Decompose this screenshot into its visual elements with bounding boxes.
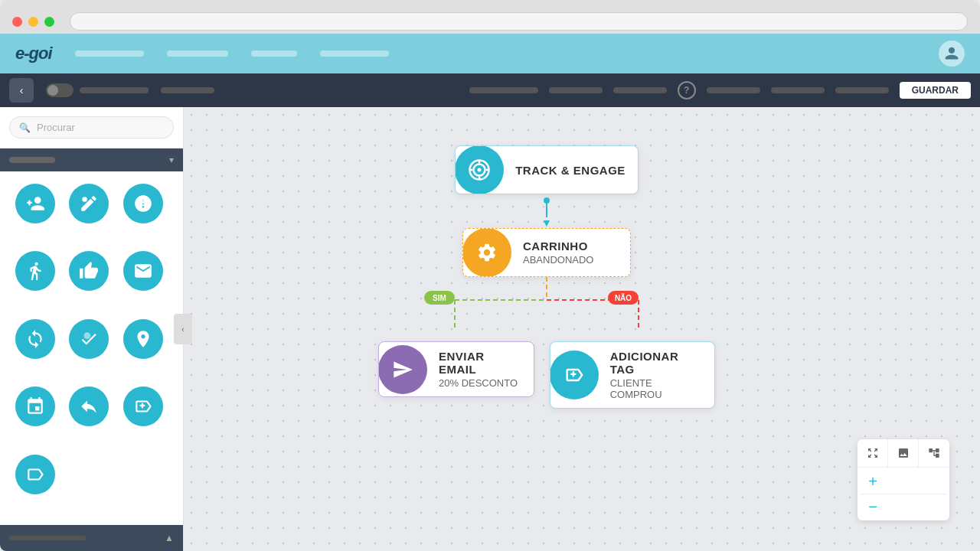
category-label bbox=[9, 157, 55, 163]
svg-point-1 bbox=[84, 332, 91, 339]
branch-area: SIM NÃO bbox=[371, 277, 723, 409]
brand-logo[interactable]: e-goi bbox=[15, 44, 52, 64]
browser-close-btn[interactable] bbox=[12, 17, 22, 27]
carrinho-node[interactable]: CARRINHO ABANDONADO bbox=[462, 228, 631, 277]
sidebar: 🔍 Procurar ▾ bbox=[0, 107, 184, 551]
zoom-out-button[interactable]: − bbox=[861, 496, 885, 517]
adicionar-tag-node[interactable]: ADICIONAR TAG CLIENTE COMPROU bbox=[550, 341, 715, 409]
branch-nodes: ENVIAR EMAIL 20% DESCONTO bbox=[371, 341, 723, 409]
sub-nav-btn-3[interactable] bbox=[549, 87, 603, 93]
search-placeholder: Procurar bbox=[37, 122, 75, 133]
sub-nav-btn-2[interactable] bbox=[469, 87, 538, 93]
search-icon: 🔍 bbox=[19, 122, 31, 133]
nav-link-4[interactable] bbox=[320, 51, 389, 57]
enviar-email-icon bbox=[378, 345, 427, 394]
help-icon[interactable]: ? bbox=[678, 81, 696, 99]
branch-lines-svg: SIM NÃO bbox=[371, 277, 723, 338]
mini-toolbar-top bbox=[858, 439, 949, 468]
connector-1: ▼ bbox=[541, 194, 552, 228]
carrinho-text: CARRINHO ABANDONADO bbox=[511, 232, 606, 273]
canvas-area[interactable]: TRACK & ENGAGE ▼ bbox=[184, 107, 980, 551]
browser-minimize-btn[interactable] bbox=[28, 17, 38, 27]
search-input-wrapper[interactable]: 🔍 Procurar bbox=[9, 116, 174, 139]
flow-diagram: TRACK & ENGAGE ▼ bbox=[371, 145, 723, 409]
main-content: 🔍 Procurar ▾ bbox=[0, 107, 980, 551]
edit-contact-button[interactable] bbox=[69, 184, 109, 223]
sub-nav-btn-7[interactable] bbox=[835, 87, 889, 93]
carrinho-icon bbox=[462, 228, 511, 277]
icon-grid bbox=[0, 171, 183, 525]
sub-nav-btn-1[interactable] bbox=[161, 87, 214, 93]
svg-point-4 bbox=[478, 168, 482, 172]
save-button[interactable]: GUARDAR bbox=[900, 82, 971, 99]
enviar-email-title: ENVIAR EMAIL bbox=[439, 350, 521, 376]
sidebar-footer: ▲ bbox=[0, 525, 183, 551]
enviar-email-node[interactable]: ENVIAR EMAIL 20% DESCONTO bbox=[378, 341, 534, 397]
toggle-label bbox=[80, 87, 149, 93]
collapse-sidebar-button[interactable]: ‹ bbox=[174, 314, 192, 344]
top-nav: e-goi bbox=[0, 34, 980, 73]
footer-bar bbox=[9, 536, 86, 540]
mini-toolbar: + − bbox=[858, 439, 949, 520]
browser-chrome bbox=[0, 0, 980, 34]
connector-line-1 bbox=[546, 204, 547, 217]
track-engage-title: TRACK & ENGAGE bbox=[515, 164, 626, 177]
search-bar: 🔍 Procurar bbox=[0, 107, 183, 148]
email-button[interactable] bbox=[123, 251, 163, 291]
chevron-down-icon[interactable]: ▾ bbox=[169, 155, 174, 165]
sub-nav-btn-4[interactable] bbox=[613, 87, 667, 93]
nav-link-1[interactable] bbox=[75, 51, 144, 57]
adicionar-tag-subtitle: CLIENTE COMPROU bbox=[610, 377, 702, 400]
tag-add-button[interactable] bbox=[123, 386, 163, 426]
track-engage-node[interactable]: TRACK & ENGAGE bbox=[455, 145, 639, 194]
svg-text:NÃO: NÃO bbox=[615, 293, 632, 302]
location-button[interactable] bbox=[123, 319, 163, 359]
tree-button[interactable] bbox=[919, 439, 949, 467]
sub-nav-btn-6[interactable] bbox=[771, 87, 825, 93]
toggle-thumb bbox=[47, 85, 58, 96]
browser-maximize-btn[interactable] bbox=[44, 17, 54, 27]
carrinho-title: CARRINHO bbox=[523, 240, 593, 253]
zoom-in-button[interactable]: + bbox=[861, 471, 885, 492]
app-wrapper: e-goi ‹ ? GUARDAR bbox=[0, 34, 980, 551]
sub-nav-right: ? GUARDAR bbox=[469, 81, 971, 99]
sub-nav-btn-5[interactable] bbox=[707, 87, 760, 93]
calendar-button[interactable] bbox=[15, 386, 55, 426]
zoom-divider bbox=[861, 494, 946, 494]
enviar-email-subtitle: 20% DESCONTO bbox=[439, 377, 521, 389]
money-contact-button[interactable] bbox=[123, 184, 163, 223]
adicionar-tag-title: ADICIONAR TAG bbox=[610, 350, 702, 376]
nav-link-3[interactable] bbox=[251, 51, 297, 57]
like-button[interactable] bbox=[69, 251, 109, 291]
svg-point-0 bbox=[83, 197, 88, 202]
connector-dot-1 bbox=[544, 197, 550, 204]
sub-nav: ‹ ? GUARDAR bbox=[0, 73, 980, 107]
toggle-switch[interactable] bbox=[46, 83, 149, 97]
mini-toolbar-bottom: + − bbox=[858, 468, 949, 520]
action-button[interactable] bbox=[15, 251, 55, 291]
address-bar[interactable] bbox=[70, 12, 968, 31]
connector-arrow-1: ▼ bbox=[541, 217, 552, 228]
track-engage-text: TRACK & ENGAGE bbox=[503, 156, 638, 184]
svg-text:SIM: SIM bbox=[433, 294, 446, 302]
image-button[interactable] bbox=[888, 439, 919, 467]
adicionar-tag-text: ADICIONAR TAG CLIENTE COMPROU bbox=[598, 342, 714, 408]
user-avatar[interactable] bbox=[939, 41, 965, 67]
track-engage-icon bbox=[455, 145, 504, 194]
fit-view-button[interactable] bbox=[858, 439, 888, 467]
footer-chevron-up-icon[interactable]: ▲ bbox=[165, 533, 174, 543]
user-check-button[interactable] bbox=[69, 319, 109, 359]
tag-button[interactable] bbox=[15, 455, 55, 494]
adicionar-tag-icon bbox=[550, 350, 599, 399]
nav-link-2[interactable] bbox=[167, 51, 228, 57]
add-contact-button[interactable] bbox=[15, 184, 55, 223]
back-button[interactable]: ‹ bbox=[9, 78, 34, 103]
reply-button[interactable] bbox=[69, 386, 109, 426]
toggle-track[interactable] bbox=[46, 83, 74, 97]
sync-button[interactable] bbox=[15, 319, 55, 359]
category-header[interactable]: ▾ bbox=[0, 148, 183, 171]
carrinho-subtitle: ABANDONADO bbox=[523, 254, 593, 266]
enviar-email-text: ENVIAR EMAIL 20% DESCONTO bbox=[426, 342, 534, 396]
